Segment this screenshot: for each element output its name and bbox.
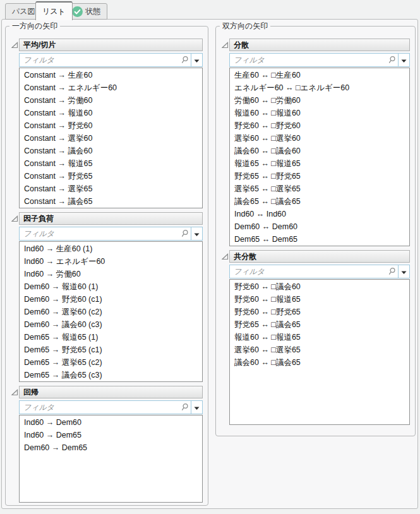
disclosure-triangle-icon[interactable]: [11, 386, 19, 398]
disclosure-triangle-icon[interactable]: [222, 39, 229, 51]
chevron-down-icon: [401, 267, 407, 277]
list-item[interactable]: Dem65 → 報道65 (1): [20, 331, 202, 344]
list-item[interactable]: Constant → 報道60: [20, 107, 202, 119]
list-item[interactable]: 議会60 ↔ □議会65: [230, 356, 409, 369]
list-item[interactable]: Dem60 → 選挙60 (c2): [20, 306, 202, 318]
filter-input[interactable]: [20, 401, 178, 414]
filter-input[interactable]: [20, 54, 178, 66]
section-header-factor-loading[interactable]: 因子負荷: [11, 212, 203, 225]
list-item[interactable]: 野党65 ↔ □議会65: [230, 318, 409, 331]
list-item[interactable]: 野党60 ↔ □野党60: [230, 119, 409, 132]
section-title-bar[interactable]: 共分散: [229, 250, 410, 263]
disclosure-triangle-icon[interactable]: [11, 39, 19, 51]
search-icon: [178, 401, 191, 414]
list-item[interactable]: Constant → 野党60: [20, 119, 202, 132]
chevron-down-icon: [401, 56, 407, 65]
section-header-covariance[interactable]: 共分散: [222, 250, 410, 263]
filter-dropdown-button[interactable]: [191, 227, 202, 240]
section-title-bar[interactable]: 平均/切片: [19, 39, 203, 51]
list-regression: Ind60 → Dem60Ind60 → Dem65Dem60 → Dem65: [19, 415, 203, 503]
list-item[interactable]: Ind60 → 労働60: [20, 268, 202, 280]
search-icon: [385, 265, 398, 278]
list-item[interactable]: Constant → 議会65: [20, 195, 202, 208]
list-item[interactable]: Dem65 → 野党65 (c1): [20, 344, 202, 356]
list-item[interactable]: 報道60 ↔ □報道65: [230, 331, 409, 344]
section-header-variance[interactable]: 分散: [222, 39, 410, 51]
list-item[interactable]: 野党60 ↔ □報道65: [230, 293, 409, 306]
tab-label: 状態: [85, 6, 100, 17]
tab-list[interactable]: リスト: [35, 1, 73, 20]
list-item[interactable]: Constant → 労働60: [20, 94, 202, 107]
list-item[interactable]: Constant → 議会60: [20, 145, 202, 157]
list-item[interactable]: 議会65 ↔ □議会65: [230, 195, 409, 208]
tab-label: リスト: [42, 6, 66, 17]
filter-dropdown-button[interactable]: [191, 401, 202, 414]
list-item[interactable]: 野党60 ↔ □野党65: [230, 306, 409, 318]
list-item[interactable]: Constant → 野党65: [20, 170, 202, 182]
section-header-mean-intercept[interactable]: 平均/切片: [11, 39, 203, 51]
list-factor-loading: Ind60 → 生産60 (1)Ind60 → エネルギー60Ind60 → 労…: [19, 241, 203, 382]
section-title: 分散: [234, 40, 249, 51]
list-item[interactable]: Dem65 ↔ Dem65: [230, 233, 409, 246]
list-item[interactable]: Dem60 → Dem65: [20, 441, 202, 454]
list-item[interactable]: 選挙60 ↔ □選挙60: [230, 132, 409, 145]
section-mean-intercept: 平均/切片Constant → 生産60Constant → エネルギー60Co…: [11, 39, 203, 208]
filter-dropdown-button[interactable]: [399, 265, 409, 278]
section-title-bar[interactable]: 回帰: [19, 386, 203, 398]
group-title-oneway: 一方向の矢印: [9, 21, 60, 31]
list-item[interactable]: Dem65 → 選挙65 (c2): [20, 356, 202, 369]
list-item[interactable]: Ind60 → エネルギー60: [20, 255, 202, 268]
list-item[interactable]: 選挙65 ↔ □選挙65: [230, 182, 409, 195]
list-item[interactable]: 議会60 ↔ □議会60: [230, 145, 409, 157]
list-item[interactable]: Dem65 → 議会65 (c3): [20, 369, 202, 381]
section-covariance: 共分散野党60 ↔ □議会60野党60 ↔ □報道65野党60 ↔ □野党65野…: [222, 250, 410, 425]
list-item[interactable]: 選挙60 ↔ □選挙65: [230, 344, 409, 356]
section-header-regression[interactable]: 回帰: [11, 386, 203, 398]
list-item[interactable]: 野党60 ↔ □議会60: [230, 280, 409, 293]
list-variance: 生産60 ↔ □生産60エネルギー60 ↔ □エネルギー60労働60 ↔ □労働…: [229, 68, 410, 246]
filter-dropdown-button[interactable]: [191, 54, 202, 66]
group-oneway-arrows: 一方向の矢印 平均/切片Constant → 生産60Constant → エネ…: [5, 26, 208, 506]
tab-label: パス図: [12, 6, 35, 17]
disclosure-triangle-icon[interactable]: [222, 250, 229, 263]
list-item[interactable]: 労働60 ↔ □労働60: [230, 94, 409, 107]
tab-content-panel: 一方向の矢印 平均/切片Constant → 生産60Constant → エネ…: [1, 19, 418, 509]
list-item[interactable]: Ind60 → 生産60 (1): [20, 242, 202, 255]
list-item[interactable]: 生産60 ↔ □生産60: [230, 69, 409, 81]
list-item[interactable]: エネルギー60 ↔ □エネルギー60: [230, 81, 409, 94]
filter-input[interactable]: [20, 227, 178, 240]
list-item[interactable]: 野党65 ↔ □野党65: [230, 170, 409, 182]
list-item[interactable]: Dem60 → 野党60 (c1): [20, 293, 202, 306]
list-item[interactable]: Constant → エネルギー60: [20, 81, 202, 94]
filter-variance: [229, 53, 410, 67]
list-item[interactable]: Constant → 選挙65: [20, 182, 202, 195]
section-title: 回帰: [23, 387, 39, 398]
section-factor-loading: 因子負荷Ind60 → 生産60 (1)Ind60 → エネルギー60Ind60…: [11, 212, 203, 382]
list-item[interactable]: Dem60 → 報道60 (1): [20, 280, 202, 293]
list-item[interactable]: Constant → 生産60: [20, 69, 202, 81]
list-item[interactable]: Ind60 → Dem60: [20, 416, 202, 429]
search-icon: [385, 54, 398, 66]
list-item[interactable]: Constant → 選挙60: [20, 132, 202, 145]
list-item[interactable]: Dem60 → 議会60 (c3): [20, 318, 202, 331]
list-item[interactable]: Constant → 報道65: [20, 157, 202, 170]
list-item[interactable]: Dem60 ↔ Dem60: [230, 220, 409, 233]
list-covariance: 野党60 ↔ □議会60野党60 ↔ □報道65野党60 ↔ □野党65野党65…: [229, 279, 410, 425]
filter-input[interactable]: [230, 54, 385, 66]
section-title-bar[interactable]: 分散: [229, 39, 410, 51]
section-variance: 分散生産60 ↔ □生産60エネルギー60 ↔ □エネルギー60労働60 ↔ □…: [222, 39, 410, 246]
section-title-bar[interactable]: 因子負荷: [19, 212, 203, 225]
check-circle-icon: [72, 6, 83, 17]
section-title: 共分散: [234, 251, 256, 262]
group-title-twoway: 双方向の矢印: [220, 21, 270, 31]
list-item[interactable]: 報道65 ↔ □報道65: [230, 157, 409, 170]
section-title: 因子負荷: [23, 213, 54, 224]
filter-covariance: [229, 265, 410, 278]
list-item[interactable]: 報道60 ↔ □報道60: [230, 107, 409, 119]
filter-input[interactable]: [230, 265, 385, 278]
disclosure-triangle-icon[interactable]: [11, 212, 19, 225]
list-item[interactable]: Ind60 ↔ Ind60: [230, 208, 409, 220]
list-item[interactable]: Ind60 → Dem65: [20, 429, 202, 441]
group-twoway-arrows: 双方向の矢印 分散生産60 ↔ □生産60エネルギー60 ↔ □エネルギー60労…: [215, 26, 416, 436]
filter-dropdown-button[interactable]: [399, 54, 409, 66]
